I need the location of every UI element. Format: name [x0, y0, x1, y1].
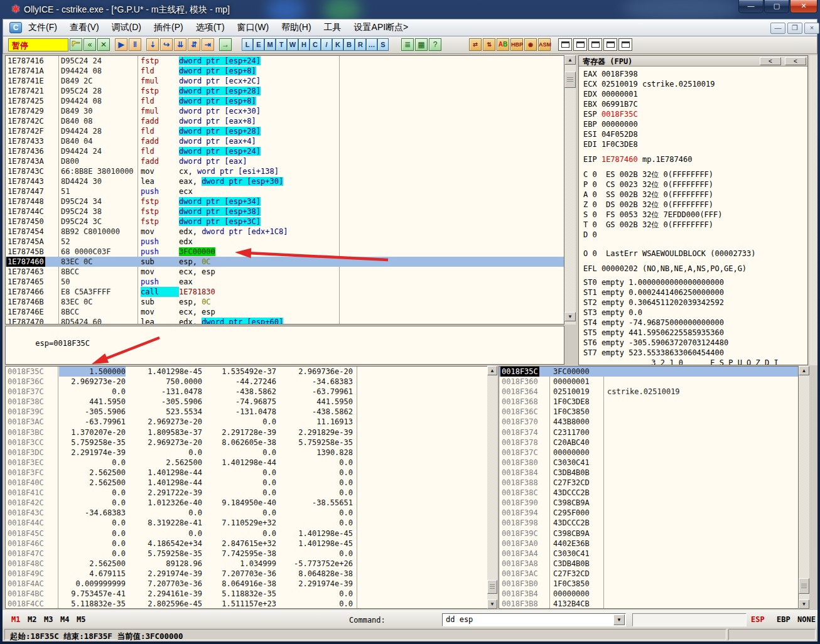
dump-value[interactable]: 1.809583e-37	[126, 427, 202, 437]
stack-row[interactable]: 0018F38C43DCCC2B	[499, 488, 798, 498]
disasm-row[interactable]: 1E7874438D4424 30leaeax, dword ptr [esp+…	[6, 176, 564, 186]
dump-value[interactable]: 0.0	[59, 488, 126, 498]
disasm-row[interactable]: 1E78744CD95C24 38fstpdword ptr [esp+38]	[6, 207, 564, 217]
dump-value[interactable]: 4.186542e+34	[126, 539, 202, 549]
dump-row[interactable]: 0018F41C0.02.291722e-390.00.0	[6, 488, 489, 498]
view-references-button[interactable]: R	[355, 38, 366, 51]
dump-value[interactable]: 5.759258e-35	[276, 437, 353, 448]
register-line[interactable]: ST2 empty 0.3064511202039342592	[583, 298, 807, 308]
dump-scrollbar[interactable]: ▲ ▼	[487, 366, 497, 609]
dump-value[interactable]: 0.0	[202, 448, 276, 458]
dump-row[interactable]: 0018F42C0.01.012326e-409.184950e-40-38.5…	[6, 498, 489, 508]
dump-value[interactable]: 0.0	[59, 387, 126, 397]
run-button[interactable]: ▶	[115, 38, 127, 51]
dump-value[interactable]: 2.291974e-39	[126, 569, 202, 579]
minimize-button[interactable]: —	[738, 0, 763, 13]
stack-row[interactable]: 0018F36402510019cstrike.02510019	[499, 387, 798, 397]
register-line[interactable]: D 0	[583, 230, 807, 240]
dump-value[interactable]: -63.79961	[59, 417, 126, 427]
step-into-button[interactable]: ⇣	[146, 38, 159, 51]
stack-row[interactable]: 0018F378C20ABC40	[499, 437, 798, 448]
register-line[interactable]: EDX 00000001	[583, 89, 807, 99]
dump-row[interactable]: 0018F45C0.00.00.01.401298e-45	[6, 529, 489, 539]
dump-value[interactable]: 2.969273e-20	[59, 377, 126, 387]
stack-row[interactable]: 0018F380C3030C41	[499, 458, 798, 468]
dump-value[interactable]: 2.562500	[59, 468, 126, 478]
register-line[interactable]: EDI 1F0C3DE8	[583, 139, 807, 149]
scroll-down-icon[interactable]: ▼	[799, 599, 809, 609]
open-file-button[interactable]	[70, 38, 82, 51]
disasm-row[interactable]: 1E78746550pusheax	[6, 277, 564, 287]
command-value[interactable]: dd esp	[446, 615, 473, 624]
dump-value[interactable]: 8.064828e-38	[276, 569, 353, 579]
dump-value[interactable]: 2.969273e-20	[126, 437, 202, 448]
dump-row[interactable]: 0018F48C2.56250089128.961.034999-5.77375…	[6, 559, 489, 569]
dump-value[interactable]: 1.401298e-44	[202, 458, 276, 468]
stack-row[interactable]: 0018F3A8C3DB4B0B	[499, 559, 798, 569]
stack-follow-ebp[interactable]: EBP	[777, 615, 790, 624]
dump-row[interactable]: 0018F4BC9.753457e-412.294161e-395.118832…	[6, 589, 489, 599]
register-line[interactable]: 3 2 1 0 E S P U O Z D I	[583, 358, 807, 365]
menu-item-h[interactable]: 帮助(H)	[275, 19, 317, 36]
dump-value[interactable]: 5.118832e-35	[59, 599, 126, 609]
disasm-row[interactable]: 1E787466E8 C5A3FFFFcall1E781830	[6, 287, 564, 297]
layout-button-3[interactable]	[588, 38, 602, 51]
stack-row[interactable]: 0018F394C295F000	[499, 508, 798, 518]
disasm-row[interactable]: 1E787436D94424 24flddword ptr [esp+24]	[6, 146, 564, 156]
disasm-row[interactable]: 1E787429D849 30fmuldword ptr [ecx+30]	[6, 106, 564, 116]
disasm-row[interactable]: 1E787425D94424 08flddword ptr [esp+8]	[6, 96, 564, 106]
disasm-row[interactable]: 1E787450D95C24 3Cfstpdword ptr [esp+3C]	[6, 217, 564, 227]
stack-follow-none[interactable]: NONE	[797, 615, 816, 624]
trace-back-button[interactable]: ⇄	[469, 38, 482, 51]
register-line[interactable]: EBX 06991B7C	[583, 99, 807, 109]
dump-value[interactable]: 1390.828	[276, 448, 353, 458]
dump-value[interactable]: 0.0	[202, 529, 276, 539]
dump-value[interactable]: 0.0	[276, 518, 353, 528]
ab-plugin-button[interactable]: AB	[497, 38, 509, 51]
dump-value[interactable]: 0.0	[126, 529, 202, 539]
mdi-child-icon[interactable]: C	[9, 22, 22, 33]
dump-value[interactable]: 1.401298e-44	[126, 478, 202, 488]
stack-row[interactable]: 0018F388C27F32CD	[499, 478, 798, 488]
dump-row[interactable]: 0018F38C441.5950-305.5906-74.96875441.59…	[6, 397, 489, 407]
dump-value[interactable]: -438.5862	[202, 387, 276, 397]
stack-row[interactable]: 0018F374C2311700	[499, 427, 798, 437]
execute-till-return-button[interactable]: ⇥	[202, 38, 214, 51]
dump-value[interactable]: 1.370207e-20	[59, 427, 126, 437]
dump-value[interactable]: 0.0	[59, 458, 126, 468]
dump-value[interactable]: 5.759258e-35	[59, 437, 126, 448]
dump-value[interactable]: 1.401298e-45	[126, 367, 202, 377]
stack-row[interactable]: 0018F39CC398CB9A	[499, 529, 798, 539]
dump-value[interactable]: 0.0	[276, 458, 353, 468]
dump-value[interactable]: 8.064916e-38	[202, 579, 276, 589]
stack-row[interactable]: 0018F36C1F0C3850	[499, 407, 798, 417]
dump-row[interactable]: 0018F47C0.05.759258e-357.742595e-380.0	[6, 549, 489, 559]
dump-row[interactable]: 0018F43C-34.683830.00.00.0	[6, 508, 489, 518]
dump-value[interactable]: 89128.96	[126, 559, 202, 569]
register-line[interactable]: ST1 empty 0.0002441406250000000	[583, 287, 807, 298]
dump-row[interactable]: 0018F3BC1.370207e-201.809583e-372.291728…	[6, 427, 489, 437]
stack-row[interactable]: 0018F3B01F0C3850	[499, 579, 798, 589]
animate-over-button[interactable]: ⇵	[188, 38, 200, 51]
disasm-row[interactable]: 1E78745B68 0000C03Fpush3FC00000	[6, 247, 564, 257]
dump-value[interactable]: -5.773752e+26	[276, 559, 353, 569]
memory-tab-m4[interactable]: M4	[60, 615, 69, 624]
disasm-row[interactable]: 1E78746083EC 0Csubesp, 0C	[6, 257, 564, 267]
dump-row[interactable]: 0018F3EC0.02.5625001.401298e-440.0	[6, 458, 489, 468]
dump-row[interactable]: 0018F3AC-63.799612.969273e-200.011.16913	[6, 417, 489, 427]
dump-value[interactable]: 9.184950e-40	[202, 498, 276, 508]
disasm-row[interactable]: 1E7874708D5424 60leaedx, dword ptr [esp+…	[6, 317, 564, 325]
disasm-row[interactable]: 1E78746E8BCCmovecx, esp	[6, 307, 564, 317]
register-line[interactable]: EBP 00000000	[583, 119, 807, 129]
menu-item-f[interactable]: 文件(F)	[22, 19, 63, 36]
stack-row[interactable]: 0018F370443B8000	[499, 417, 798, 427]
disasm-row[interactable]: 1E7874638BCCmovecx, esp	[6, 267, 564, 277]
view-cpu-button[interactable]: C	[310, 38, 321, 51]
dump-value[interactable]: 2.291722e-39	[126, 488, 202, 498]
dump-value[interactable]: 7.207703e-36	[126, 579, 202, 589]
dump-value[interactable]: 2.969736e-20	[276, 367, 353, 377]
menu-item-[interactable]: 工具	[318, 19, 348, 36]
dump-value[interactable]: 0.0	[202, 488, 276, 498]
dump-value[interactable]: 750.0000	[126, 377, 202, 387]
maximize-button[interactable]: ▢	[764, 0, 789, 13]
